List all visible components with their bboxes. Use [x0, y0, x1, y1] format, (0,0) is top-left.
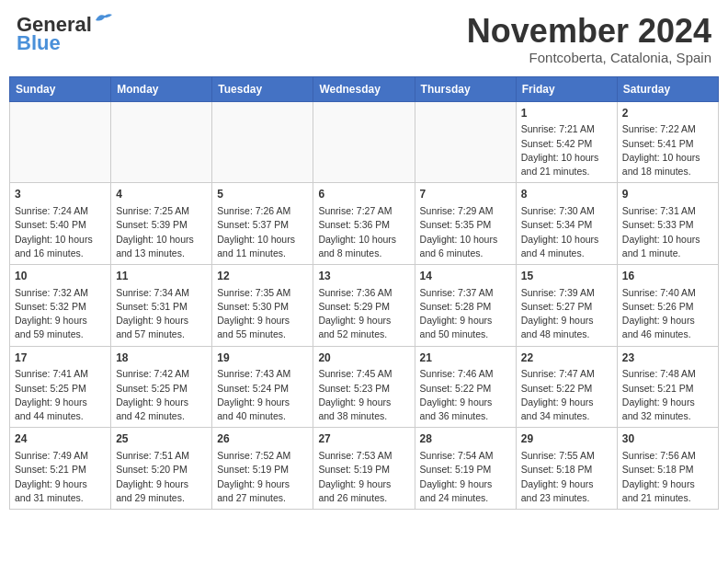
day-number: 14 [420, 269, 511, 284]
day-info: Sunrise: 7:29 AM Sunset: 5:35 PM Dayligh… [420, 204, 511, 260]
calendar-week-row: 24Sunrise: 7:49 AM Sunset: 5:21 PM Dayli… [10, 428, 719, 510]
weekday-header-monday: Monday [111, 76, 212, 101]
weekday-header-saturday: Saturday [617, 76, 718, 101]
day-info: Sunrise: 7:37 AM Sunset: 5:28 PM Dayligh… [420, 286, 511, 342]
day-number: 4 [116, 187, 207, 202]
day-info: Sunrise: 7:21 AM Sunset: 5:42 PM Dayligh… [521, 122, 612, 178]
location: Fontcoberta, Catalonia, Spain [467, 50, 711, 65]
calendar-day-10: 10Sunrise: 7:32 AM Sunset: 5:32 PM Dayli… [10, 264, 111, 346]
calendar-day-12: 12Sunrise: 7:35 AM Sunset: 5:30 PM Dayli… [212, 264, 313, 346]
calendar-empty-cell [111, 101, 212, 183]
day-info: Sunrise: 7:26 AM Sunset: 5:37 PM Dayligh… [217, 204, 308, 260]
calendar-empty-cell [313, 101, 415, 183]
calendar-day-21: 21Sunrise: 7:46 AM Sunset: 5:22 PM Dayli… [415, 346, 516, 428]
day-info: Sunrise: 7:45 AM Sunset: 5:23 PM Dayligh… [318, 367, 409, 423]
calendar-week-row: 17Sunrise: 7:41 AM Sunset: 5:25 PM Dayli… [10, 346, 719, 428]
calendar-week-row: 1Sunrise: 7:21 AM Sunset: 5:42 PM Daylig… [10, 101, 719, 183]
day-info: Sunrise: 7:39 AM Sunset: 5:27 PM Dayligh… [521, 286, 612, 342]
calendar-day-9: 9Sunrise: 7:31 AM Sunset: 5:33 PM Daylig… [617, 183, 718, 265]
logo-blue: Blue [17, 31, 61, 55]
day-info: Sunrise: 7:35 AM Sunset: 5:30 PM Dayligh… [217, 286, 308, 342]
weekday-header-wednesday: Wednesday [313, 76, 415, 101]
weekday-header-tuesday: Tuesday [212, 76, 313, 101]
day-info: Sunrise: 7:41 AM Sunset: 5:25 PM Dayligh… [15, 367, 106, 423]
calendar-day-5: 5Sunrise: 7:26 AM Sunset: 5:37 PM Daylig… [212, 183, 313, 265]
day-number: 24 [15, 431, 106, 447]
day-info: Sunrise: 7:27 AM Sunset: 5:36 PM Dayligh… [318, 204, 409, 260]
calendar-day-8: 8Sunrise: 7:30 AM Sunset: 5:34 PM Daylig… [516, 183, 617, 265]
calendar-empty-cell [415, 101, 516, 183]
day-number: 11 [116, 269, 207, 284]
weekday-header-row: SundayMondayTuesdayWednesdayThursdayFrid… [10, 76, 719, 101]
calendar-day-25: 25Sunrise: 7:51 AM Sunset: 5:20 PM Dayli… [111, 428, 212, 510]
title-section: November 2024 Fontcoberta, Catalonia, Sp… [467, 13, 711, 65]
day-number: 23 [622, 350, 713, 366]
day-info: Sunrise: 7:42 AM Sunset: 5:25 PM Dayligh… [116, 367, 207, 423]
weekday-header-friday: Friday [516, 76, 617, 101]
calendar-day-22: 22Sunrise: 7:47 AM Sunset: 5:22 PM Dayli… [516, 346, 617, 428]
day-number: 25 [116, 431, 207, 447]
day-info: Sunrise: 7:51 AM Sunset: 5:20 PM Dayligh… [116, 449, 207, 505]
day-number: 28 [420, 431, 511, 447]
calendar-day-29: 29Sunrise: 7:55 AM Sunset: 5:18 PM Dayli… [516, 428, 617, 510]
weekday-header-sunday: Sunday [10, 76, 111, 101]
day-number: 29 [521, 431, 612, 447]
day-info: Sunrise: 7:32 AM Sunset: 5:32 PM Dayligh… [15, 286, 106, 342]
calendar-day-2: 2Sunrise: 7:22 AM Sunset: 5:41 PM Daylig… [617, 101, 718, 183]
day-info: Sunrise: 7:43 AM Sunset: 5:24 PM Dayligh… [217, 367, 308, 423]
calendar-day-23: 23Sunrise: 7:48 AM Sunset: 5:21 PM Dayli… [617, 346, 718, 428]
day-number: 10 [15, 269, 106, 284]
calendar-empty-cell [212, 101, 313, 183]
day-info: Sunrise: 7:49 AM Sunset: 5:21 PM Dayligh… [15, 449, 106, 505]
day-number: 15 [521, 269, 612, 284]
calendar-day-24: 24Sunrise: 7:49 AM Sunset: 5:21 PM Dayli… [10, 428, 111, 510]
day-number: 2 [622, 106, 713, 121]
day-number: 12 [217, 269, 308, 284]
calendar-day-7: 7Sunrise: 7:29 AM Sunset: 5:35 PM Daylig… [415, 183, 516, 265]
day-info: Sunrise: 7:54 AM Sunset: 5:19 PM Dayligh… [420, 449, 511, 505]
day-info: Sunrise: 7:40 AM Sunset: 5:26 PM Dayligh… [622, 286, 713, 342]
calendar-day-18: 18Sunrise: 7:42 AM Sunset: 5:25 PM Dayli… [111, 346, 212, 428]
day-info: Sunrise: 7:48 AM Sunset: 5:21 PM Dayligh… [622, 367, 713, 423]
calendar-week-row: 10Sunrise: 7:32 AM Sunset: 5:32 PM Dayli… [10, 264, 719, 346]
calendar-day-4: 4Sunrise: 7:25 AM Sunset: 5:39 PM Daylig… [111, 183, 212, 265]
calendar-day-6: 6Sunrise: 7:27 AM Sunset: 5:36 PM Daylig… [313, 183, 415, 265]
calendar-day-11: 11Sunrise: 7:34 AM Sunset: 5:31 PM Dayli… [111, 264, 212, 346]
day-number: 26 [217, 431, 308, 447]
calendar-day-14: 14Sunrise: 7:37 AM Sunset: 5:28 PM Dayli… [415, 264, 516, 346]
day-info: Sunrise: 7:47 AM Sunset: 5:22 PM Dayligh… [521, 367, 612, 423]
calendar-table: SundayMondayTuesdayWednesdayThursdayFrid… [9, 76, 719, 510]
day-number: 19 [217, 350, 308, 366]
day-number: 6 [318, 187, 409, 202]
calendar-day-19: 19Sunrise: 7:43 AM Sunset: 5:24 PM Dayli… [212, 346, 313, 428]
day-number: 5 [217, 187, 308, 202]
day-number: 3 [15, 187, 106, 202]
day-info: Sunrise: 7:56 AM Sunset: 5:18 PM Dayligh… [622, 449, 713, 505]
logo: General Blue [17, 13, 114, 55]
day-info: Sunrise: 7:31 AM Sunset: 5:33 PM Dayligh… [622, 204, 713, 260]
day-number: 18 [116, 350, 207, 366]
day-info: Sunrise: 7:25 AM Sunset: 5:39 PM Dayligh… [116, 204, 207, 260]
calendar-empty-cell [10, 101, 111, 183]
calendar-day-30: 30Sunrise: 7:56 AM Sunset: 5:18 PM Dayli… [617, 428, 718, 510]
calendar-day-1: 1Sunrise: 7:21 AM Sunset: 5:42 PM Daylig… [516, 101, 617, 183]
calendar-day-17: 17Sunrise: 7:41 AM Sunset: 5:25 PM Dayli… [10, 346, 111, 428]
day-number: 16 [622, 269, 713, 284]
calendar-day-15: 15Sunrise: 7:39 AM Sunset: 5:27 PM Dayli… [516, 264, 617, 346]
day-number: 22 [521, 350, 612, 366]
logo-bird-icon [94, 11, 114, 28]
day-info: Sunrise: 7:24 AM Sunset: 5:40 PM Dayligh… [15, 204, 106, 260]
day-number: 9 [622, 187, 713, 202]
day-info: Sunrise: 7:52 AM Sunset: 5:19 PM Dayligh… [217, 449, 308, 505]
day-info: Sunrise: 7:53 AM Sunset: 5:19 PM Dayligh… [318, 449, 409, 505]
day-number: 17 [15, 350, 106, 366]
calendar-day-28: 28Sunrise: 7:54 AM Sunset: 5:19 PM Dayli… [415, 428, 516, 510]
day-number: 13 [318, 269, 409, 284]
calendar-day-27: 27Sunrise: 7:53 AM Sunset: 5:19 PM Dayli… [313, 428, 415, 510]
calendar-day-13: 13Sunrise: 7:36 AM Sunset: 5:29 PM Dayli… [313, 264, 415, 346]
month-title: November 2024 [467, 13, 711, 50]
calendar-week-row: 3Sunrise: 7:24 AM Sunset: 5:40 PM Daylig… [10, 183, 719, 265]
day-info: Sunrise: 7:46 AM Sunset: 5:22 PM Dayligh… [420, 367, 511, 423]
day-info: Sunrise: 7:22 AM Sunset: 5:41 PM Dayligh… [622, 122, 713, 178]
day-number: 8 [521, 187, 612, 202]
